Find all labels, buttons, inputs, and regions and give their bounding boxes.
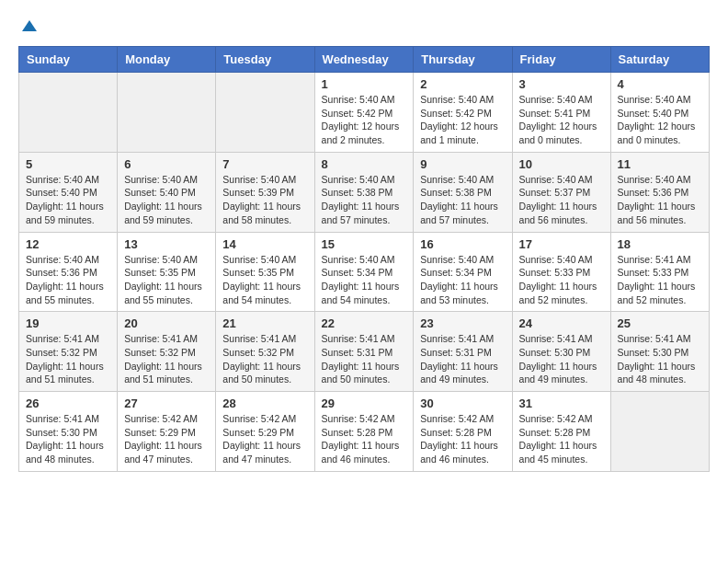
logo-icon — [20, 18, 39, 37]
day-info: Sunrise: 5:40 AM Sunset: 5:41 PM Dayligh… — [519, 93, 604, 147]
calendar-cell: 25Sunrise: 5:41 AM Sunset: 5:30 PM Dayli… — [610, 312, 709, 392]
day-info: Sunrise: 5:41 AM Sunset: 5:30 PM Dayligh… — [26, 412, 110, 466]
week-row-4: 26Sunrise: 5:41 AM Sunset: 5:30 PM Dayli… — [19, 392, 710, 472]
calendar-cell: 24Sunrise: 5:41 AM Sunset: 5:30 PM Dayli… — [512, 312, 610, 392]
calendar-cell: 31Sunrise: 5:42 AM Sunset: 5:28 PM Dayli… — [512, 392, 610, 472]
day-info: Sunrise: 5:41 AM Sunset: 5:32 PM Dayligh… — [222, 332, 307, 386]
calendar-cell: 29Sunrise: 5:42 AM Sunset: 5:28 PM Dayli… — [314, 392, 414, 472]
day-info: Sunrise: 5:41 AM Sunset: 5:30 PM Dayligh… — [618, 332, 702, 386]
day-number: 9 — [420, 157, 505, 171]
calendar-cell: 18Sunrise: 5:41 AM Sunset: 5:33 PM Dayli… — [610, 232, 709, 312]
week-row-1: 5Sunrise: 5:40 AM Sunset: 5:40 PM Daylig… — [19, 152, 710, 232]
day-number: 22 — [322, 316, 407, 330]
calendar-cell: 17Sunrise: 5:40 AM Sunset: 5:33 PM Dayli… — [512, 232, 610, 312]
day-info: Sunrise: 5:40 AM Sunset: 5:42 PM Dayligh… — [322, 93, 407, 147]
week-row-0: 1Sunrise: 5:40 AM Sunset: 5:42 PM Daylig… — [19, 73, 710, 153]
day-number: 28 — [222, 396, 307, 410]
calendar-cell: 16Sunrise: 5:40 AM Sunset: 5:34 PM Dayli… — [414, 232, 512, 312]
day-number: 21 — [222, 316, 307, 330]
day-number: 19 — [26, 316, 110, 330]
day-info: Sunrise: 5:42 AM Sunset: 5:28 PM Dayligh… — [519, 412, 604, 466]
calendar-cell: 9Sunrise: 5:40 AM Sunset: 5:38 PM Daylig… — [414, 152, 512, 232]
day-number: 1 — [322, 77, 407, 91]
day-info: Sunrise: 5:40 AM Sunset: 5:36 PM Dayligh… — [26, 253, 110, 307]
day-info: Sunrise: 5:40 AM Sunset: 5:38 PM Dayligh… — [322, 173, 407, 227]
calendar-cell: 11Sunrise: 5:40 AM Sunset: 5:36 PM Dayli… — [610, 152, 709, 232]
day-info: Sunrise: 5:40 AM Sunset: 5:33 PM Dayligh… — [519, 253, 604, 307]
calendar-cell: 26Sunrise: 5:41 AM Sunset: 5:30 PM Dayli… — [19, 392, 118, 472]
calendar-cell: 23Sunrise: 5:41 AM Sunset: 5:31 PM Dayli… — [414, 312, 512, 392]
calendar-cell: 30Sunrise: 5:42 AM Sunset: 5:28 PM Dayli… — [414, 392, 512, 472]
day-number: 20 — [124, 316, 209, 330]
day-info: Sunrise: 5:40 AM Sunset: 5:42 PM Dayligh… — [420, 93, 505, 147]
week-row-2: 12Sunrise: 5:40 AM Sunset: 5:36 PM Dayli… — [19, 232, 710, 312]
weekday-header-wednesday: Wednesday — [314, 47, 414, 73]
weekday-header-row: SundayMondayTuesdayWednesdayThursdayFrid… — [19, 47, 710, 73]
day-number: 11 — [618, 157, 702, 171]
day-number: 6 — [124, 157, 209, 171]
day-number: 25 — [618, 316, 702, 330]
calendar-cell: 6Sunrise: 5:40 AM Sunset: 5:40 PM Daylig… — [118, 152, 216, 232]
page-container: SundayMondayTuesdayWednesdayThursdayFrid… — [0, 0, 728, 481]
calendar-cell: 27Sunrise: 5:42 AM Sunset: 5:29 PM Dayli… — [118, 392, 216, 472]
day-number: 12 — [26, 237, 110, 251]
day-number: 27 — [124, 396, 209, 410]
logo — [18, 18, 39, 37]
calendar-cell: 3Sunrise: 5:40 AM Sunset: 5:41 PM Daylig… — [512, 73, 610, 153]
calendar-cell — [19, 73, 118, 153]
day-info: Sunrise: 5:41 AM Sunset: 5:33 PM Dayligh… — [618, 253, 702, 307]
calendar-cell — [610, 392, 709, 472]
calendar-cell: 13Sunrise: 5:40 AM Sunset: 5:35 PM Dayli… — [118, 232, 216, 312]
day-info: Sunrise: 5:40 AM Sunset: 5:40 PM Dayligh… — [124, 173, 209, 227]
day-number: 31 — [519, 396, 604, 410]
day-number: 13 — [124, 237, 209, 251]
day-info: Sunrise: 5:41 AM Sunset: 5:30 PM Dayligh… — [519, 332, 604, 386]
day-info: Sunrise: 5:41 AM Sunset: 5:32 PM Dayligh… — [124, 332, 209, 386]
calendar-cell: 1Sunrise: 5:40 AM Sunset: 5:42 PM Daylig… — [314, 73, 414, 153]
calendar-cell: 2Sunrise: 5:40 AM Sunset: 5:42 PM Daylig… — [414, 73, 512, 153]
calendar-table: SundayMondayTuesdayWednesdayThursdayFrid… — [18, 46, 710, 472]
day-info: Sunrise: 5:41 AM Sunset: 5:31 PM Dayligh… — [322, 332, 407, 386]
day-number: 29 — [322, 396, 407, 410]
weekday-header-sunday: Sunday — [19, 47, 118, 73]
day-number: 15 — [322, 237, 407, 251]
day-number: 5 — [26, 157, 110, 171]
day-number: 17 — [519, 237, 604, 251]
day-info: Sunrise: 5:41 AM Sunset: 5:32 PM Dayligh… — [26, 332, 110, 386]
day-number: 4 — [618, 77, 702, 91]
calendar-cell: 12Sunrise: 5:40 AM Sunset: 5:36 PM Dayli… — [19, 232, 118, 312]
calendar-cell: 10Sunrise: 5:40 AM Sunset: 5:37 PM Dayli… — [512, 152, 610, 232]
day-number: 30 — [420, 396, 505, 410]
day-number: 24 — [519, 316, 604, 330]
day-number: 2 — [420, 77, 505, 91]
calendar-cell — [118, 73, 216, 153]
calendar-cell: 4Sunrise: 5:40 AM Sunset: 5:40 PM Daylig… — [610, 73, 709, 153]
day-number: 14 — [222, 237, 307, 251]
day-number: 3 — [519, 77, 604, 91]
day-number: 16 — [420, 237, 505, 251]
calendar-cell: 28Sunrise: 5:42 AM Sunset: 5:29 PM Dayli… — [216, 392, 314, 472]
calendar-cell: 7Sunrise: 5:40 AM Sunset: 5:39 PM Daylig… — [216, 152, 314, 232]
week-row-3: 19Sunrise: 5:41 AM Sunset: 5:32 PM Dayli… — [19, 312, 710, 392]
day-info: Sunrise: 5:40 AM Sunset: 5:39 PM Dayligh… — [222, 173, 307, 227]
header — [18, 18, 710, 37]
weekday-header-friday: Friday — [512, 47, 610, 73]
day-info: Sunrise: 5:40 AM Sunset: 5:37 PM Dayligh… — [519, 173, 604, 227]
weekday-header-saturday: Saturday — [610, 47, 709, 73]
calendar-cell: 5Sunrise: 5:40 AM Sunset: 5:40 PM Daylig… — [19, 152, 118, 232]
day-number: 26 — [26, 396, 110, 410]
weekday-header-tuesday: Tuesday — [216, 47, 314, 73]
calendar-cell — [216, 73, 314, 153]
day-info: Sunrise: 5:41 AM Sunset: 5:31 PM Dayligh… — [420, 332, 505, 386]
day-info: Sunrise: 5:40 AM Sunset: 5:35 PM Dayligh… — [222, 253, 307, 307]
svg-marker-0 — [22, 20, 37, 31]
weekday-header-thursday: Thursday — [414, 47, 512, 73]
calendar-cell: 22Sunrise: 5:41 AM Sunset: 5:31 PM Dayli… — [314, 312, 414, 392]
day-info: Sunrise: 5:40 AM Sunset: 5:40 PM Dayligh… — [26, 173, 110, 227]
day-info: Sunrise: 5:42 AM Sunset: 5:28 PM Dayligh… — [322, 412, 407, 466]
day-info: Sunrise: 5:40 AM Sunset: 5:38 PM Dayligh… — [420, 173, 505, 227]
calendar-cell: 20Sunrise: 5:41 AM Sunset: 5:32 PM Dayli… — [118, 312, 216, 392]
calendar-cell: 15Sunrise: 5:40 AM Sunset: 5:34 PM Dayli… — [314, 232, 414, 312]
calendar-cell: 14Sunrise: 5:40 AM Sunset: 5:35 PM Dayli… — [216, 232, 314, 312]
calendar-cell: 8Sunrise: 5:40 AM Sunset: 5:38 PM Daylig… — [314, 152, 414, 232]
